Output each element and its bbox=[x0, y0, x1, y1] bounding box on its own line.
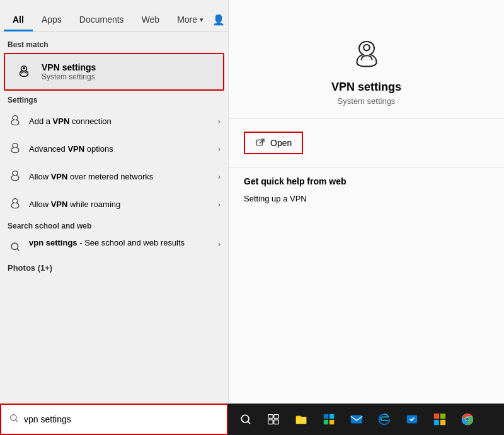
search-icon bbox=[9, 413, 19, 426]
best-match-item[interactable]: VPN settings System settings bbox=[4, 53, 224, 91]
detail-divider bbox=[229, 118, 504, 119]
settings-section-label: Settings bbox=[0, 92, 228, 107]
chevron-icon-3: › bbox=[218, 172, 220, 181]
taskbar-windows-icon[interactable] bbox=[427, 407, 452, 432]
chevron-icon-2: › bbox=[218, 144, 220, 154]
svg-point-5 bbox=[241, 415, 249, 422]
svg-rect-9 bbox=[274, 420, 279, 424]
chevron-icon-5: › bbox=[218, 239, 220, 249]
open-button[interactable]: Open bbox=[244, 132, 303, 154]
svg-rect-8 bbox=[268, 420, 273, 424]
svg-rect-10 bbox=[324, 414, 328, 419]
chevron-icon: › bbox=[218, 116, 220, 126]
svg-point-3 bbox=[364, 45, 370, 51]
tab-more[interactable]: More bbox=[168, 8, 212, 31]
open-button-wrap: Open bbox=[244, 132, 303, 154]
vpn-icon-add bbox=[8, 113, 23, 128]
school-section-label: Search school and web bbox=[0, 218, 228, 233]
best-match-title: VPN settings bbox=[42, 62, 96, 72]
taskbar-chrome-icon[interactable] bbox=[455, 407, 480, 432]
results-area: Best match VPN settings System settings … bbox=[0, 31, 228, 404]
taskbar-edge-icon[interactable] bbox=[372, 407, 397, 432]
school-search-text: vpn settings - See school and web result… bbox=[29, 238, 218, 247]
taskbar-mail-icon[interactable] bbox=[344, 407, 369, 432]
search-input[interactable] bbox=[24, 414, 219, 424]
tab-documents[interactable]: Documents bbox=[71, 8, 133, 31]
account-icon[interactable]: 👤 bbox=[212, 14, 225, 26]
vpn-icon-metered bbox=[8, 169, 23, 184]
search-panel: All Apps Documents Web More 👤 ••• Best m… bbox=[0, 0, 228, 435]
svg-rect-4 bbox=[256, 140, 262, 145]
svg-rect-16 bbox=[434, 414, 439, 419]
tabs-bar: All Apps Documents Web More 👤 ••• bbox=[0, 0, 228, 31]
svg-point-2 bbox=[11, 415, 16, 421]
detail-icon-area bbox=[352, 38, 382, 71]
taskbar-search-icon[interactable] bbox=[233, 407, 258, 432]
best-match-text: VPN settings System settings bbox=[42, 62, 96, 81]
svg-rect-14 bbox=[351, 415, 362, 424]
open-button-label: Open bbox=[270, 138, 292, 148]
detail-panel: VPN settings System settings Open Get qu… bbox=[228, 0, 504, 435]
vpn-large-icon bbox=[352, 38, 382, 68]
svg-rect-7 bbox=[274, 415, 279, 419]
settings-item-allow-roaming-text: Allow VPN while roaming bbox=[29, 200, 218, 209]
svg-rect-11 bbox=[329, 414, 334, 419]
quick-help-label: Get quick help from web bbox=[244, 176, 346, 186]
best-match-subtitle: System settings bbox=[42, 72, 96, 81]
settings-item-advanced-vpn-text: Advanced VPN options bbox=[29, 144, 218, 154]
settings-item-allow-metered[interactable]: Allow VPN over metered networks › bbox=[0, 162, 228, 190]
vpn-icon-roaming bbox=[8, 196, 23, 212]
detail-subtitle: System settings bbox=[338, 96, 396, 106]
tab-all[interactable]: All bbox=[4, 8, 33, 31]
settings-item-advanced-vpn[interactable]: Advanced VPN options › bbox=[0, 135, 228, 162]
svg-point-22 bbox=[466, 418, 469, 421]
search-web-icon bbox=[8, 239, 23, 254]
svg-rect-19 bbox=[440, 420, 445, 425]
svg-rect-18 bbox=[434, 420, 439, 425]
taskbar-explorer-icon[interactable] bbox=[289, 407, 314, 432]
school-search-item[interactable]: vpn settings - See school and web result… bbox=[0, 233, 228, 259]
taskbar-store2-icon[interactable] bbox=[399, 407, 425, 432]
web-result-item-0[interactable]: Setting up a VPN bbox=[244, 193, 307, 205]
svg-rect-6 bbox=[268, 415, 273, 419]
svg-rect-13 bbox=[329, 420, 334, 424]
settings-item-add-vpn[interactable]: Add a VPN connection › bbox=[0, 107, 228, 135]
settings-item-allow-roaming[interactable]: Allow VPN while roaming › bbox=[0, 190, 228, 218]
chevron-icon-4: › bbox=[218, 200, 220, 209]
svg-rect-12 bbox=[324, 420, 328, 424]
taskbar-store-icon[interactable] bbox=[316, 407, 341, 432]
detail-title: VPN settings bbox=[331, 81, 401, 94]
tab-apps[interactable]: Apps bbox=[33, 8, 71, 31]
taskbar bbox=[228, 404, 504, 435]
settings-item-allow-metered-text: Allow VPN over metered networks bbox=[29, 172, 218, 181]
svg-point-1 bbox=[11, 243, 18, 250]
search-box bbox=[0, 404, 228, 435]
tab-web[interactable]: Web bbox=[133, 8, 169, 31]
taskbar-task-view-icon[interactable] bbox=[261, 407, 286, 432]
vpn-settings-icon bbox=[13, 60, 35, 83]
photos-section-label: Photos (1+) bbox=[0, 259, 228, 276]
vpn-icon-advanced bbox=[8, 141, 23, 156]
settings-item-add-vpn-text: Add a VPN connection bbox=[29, 116, 218, 126]
svg-rect-17 bbox=[440, 414, 445, 419]
open-icon bbox=[255, 138, 265, 148]
best-match-label: Best match bbox=[0, 37, 228, 52]
detail-divider-2 bbox=[229, 167, 504, 167]
svg-point-0 bbox=[23, 67, 25, 70]
